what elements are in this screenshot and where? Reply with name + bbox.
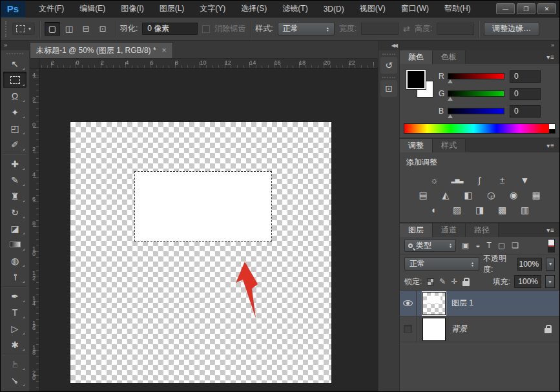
layer-row-0[interactable]: 图层 1 — [400, 291, 559, 316]
gradient-map-icon[interactable]: ▥ — [517, 203, 534, 216]
style-dropdown[interactable]: 正常 ▲▼ — [278, 22, 335, 36]
layer-thumbnail[interactable] — [422, 292, 446, 315]
filter-type-dropdown[interactable]: 类型 ▲▼ — [404, 239, 456, 252]
photo-filter-icon[interactable]: ◶ — [482, 189, 499, 201]
dodge-tool[interactable]: ⊸ — [3, 269, 26, 285]
quick-selection-tool[interactable]: ✦ — [3, 104, 26, 120]
opacity-dropdown-icon[interactable]: ▼ — [546, 258, 555, 271]
black-chip[interactable] — [549, 129, 555, 133]
type-tool[interactable]: T — [3, 304, 26, 320]
layer-thumbnail[interactable] — [422, 318, 446, 341]
opacity-value[interactable]: 100% — [517, 258, 543, 271]
foreground-color-swatch[interactable] — [406, 70, 426, 89]
slider-thumb[interactable] — [448, 114, 453, 118]
rectangular-marquee-tool[interactable] — [3, 72, 26, 88]
filter-smart-objects-icon[interactable]: ❏ — [512, 241, 519, 250]
adjustments-tab-0[interactable]: 调整 — [400, 139, 433, 152]
slider-value-G[interactable]: 0 — [510, 88, 541, 100]
move-tool[interactable]: ↖ — [3, 56, 26, 72]
strip-grip[interactable] — [382, 77, 395, 78]
gradient-tool[interactable] — [3, 236, 26, 253]
slider-value-R[interactable]: 0 — [510, 70, 541, 83]
filter-type-layers-icon[interactable]: T — [487, 241, 492, 250]
layers-tab-1[interactable]: 通道 — [433, 223, 466, 237]
fill-dropdown-icon[interactable]: ▼ — [545, 275, 555, 288]
hue-saturation-icon[interactable]: ▤ — [415, 189, 431, 201]
minimize-button[interactable]: — — [496, 3, 515, 14]
layer-row-1[interactable]: 背景 — [400, 316, 559, 342]
lock-position-icon[interactable]: ✛ — [451, 277, 457, 286]
filter-pixel-layers-icon[interactable]: ▣ — [462, 241, 469, 250]
document-tab[interactable]: 未标题-1 @ 50% (图层 1, RGB/8) * × — [30, 42, 173, 58]
pen-tool[interactable]: ✒ — [3, 288, 26, 304]
color-lookup-icon[interactable]: ▦ — [528, 189, 544, 201]
add-to-selection-button[interactable]: ◫ — [61, 22, 77, 36]
panel-menu-icon[interactable]: ▾≡ — [546, 227, 555, 234]
color-tab-1[interactable]: 色板 — [433, 50, 466, 64]
zoom-tool[interactable]: ⊸ — [3, 372, 26, 388]
close-tab-icon[interactable]: × — [162, 46, 167, 55]
slider-thumb[interactable] — [448, 97, 453, 101]
crop-tool[interactable]: ◰ — [3, 120, 26, 136]
filter-adjustment-layers-icon[interactable]: ◒ — [475, 241, 480, 250]
posterize-icon[interactable]: ▨ — [449, 203, 466, 216]
lasso-tool[interactable]: Ω — [3, 88, 26, 104]
brightness-contrast-icon[interactable]: ☼ — [426, 174, 443, 187]
visibility-well[interactable] — [400, 316, 417, 342]
slider-track-B[interactable] — [448, 108, 504, 114]
layers-tab-2[interactable]: 路径 — [466, 223, 499, 237]
slider-value-B[interactable]: 0 — [510, 105, 541, 118]
selective-color-icon[interactable]: ▩ — [494, 203, 511, 216]
toolbar-expand-icon[interactable]: » — [1, 41, 29, 50]
blend-mode-dropdown[interactable]: 正常 ▲▼ — [404, 257, 479, 271]
levels-icon[interactable]: ▂▅▃ — [449, 174, 466, 187]
fill-value[interactable]: 100% — [514, 275, 541, 288]
history-brush-tool[interactable]: ↻ — [3, 204, 26, 220]
slider-track-G[interactable] — [448, 90, 504, 97]
intersect-selection-button[interactable]: ⊡ — [95, 22, 110, 36]
refine-edge-button[interactable]: 调整边缘… — [484, 22, 539, 36]
subtract-from-selection-button[interactable]: ⊟ — [78, 22, 94, 36]
swap-dimensions-icon[interactable]: ⇄ — [403, 24, 410, 34]
invert-icon[interactable]: ◐ — [426, 203, 443, 216]
menu-item-4[interactable]: 文字(Y) — [192, 1, 233, 17]
marquee-selection[interactable] — [134, 171, 272, 242]
panel-menu-icon[interactable]: ▾≡ — [546, 54, 555, 61]
color-spectrum-ramp[interactable] — [404, 123, 555, 134]
slider-thumb[interactable] — [448, 79, 453, 83]
antialias-checkbox[interactable] — [202, 25, 210, 33]
menu-item-6[interactable]: 滤镜(T) — [275, 1, 315, 17]
collapse-panels-icon[interactable]: » — [400, 41, 559, 50]
history-panel-button[interactable]: ↺ — [380, 57, 397, 74]
lock-all-icon[interactable] — [462, 281, 470, 286]
toolbar-grip[interactable] — [6, 53, 23, 54]
strip-grip[interactable] — [382, 54, 395, 55]
curves-icon[interactable]: ∫ — [472, 174, 488, 187]
black-white-icon[interactable]: ◧ — [460, 189, 477, 201]
eraser-tool[interactable]: ◪ — [3, 220, 26, 236]
brush-tool[interactable]: ✎ — [3, 172, 26, 188]
white-chip[interactable] — [549, 124, 555, 129]
menu-item-9[interactable]: 窗口(W) — [394, 1, 436, 17]
document-canvas[interactable] — [70, 122, 331, 383]
menu-item-7[interactable]: 3D(D) — [316, 2, 351, 16]
lock-transparent-pixels-icon[interactable] — [427, 278, 434, 285]
exposure-icon[interactable]: ± — [494, 174, 511, 187]
blur-tool[interactable]: ◍ — [3, 253, 26, 269]
active-tool-preset[interactable]: ▾ — [12, 23, 35, 35]
threshold-icon[interactable]: ◨ — [472, 203, 488, 216]
color-balance-icon[interactable]: ◭ — [437, 189, 454, 201]
layer-filtering-toggle[interactable] — [548, 239, 555, 253]
menu-item-1[interactable]: 编辑(E) — [72, 1, 112, 17]
menu-item-3[interactable]: 图层(L) — [152, 1, 192, 17]
eyedropper-tool[interactable]: ✐ — [3, 136, 26, 152]
color-tab-0[interactable]: 颜色 — [400, 50, 433, 64]
channel-mixer-icon[interactable]: ◉ — [505, 189, 522, 201]
menu-item-10[interactable]: 帮助(H) — [437, 1, 478, 17]
spot-healing-brush-tool[interactable]: ✚ — [3, 156, 26, 172]
menu-item-8[interactable]: 视图(V) — [353, 1, 393, 17]
layers-tab-0[interactable]: 图层 — [400, 223, 433, 237]
height-input[interactable] — [437, 23, 474, 35]
visibility-well[interactable] — [400, 291, 417, 316]
width-input[interactable] — [361, 23, 399, 35]
